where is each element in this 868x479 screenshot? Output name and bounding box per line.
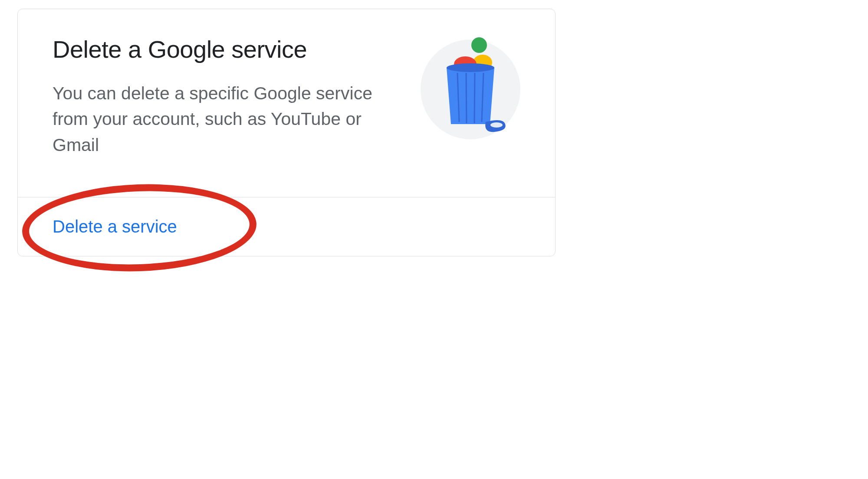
delete-service-card: Delete a Google service You can delete a… xyxy=(17,9,556,256)
card-description: You can delete a specific Google ser­vic… xyxy=(53,81,400,158)
text-content: Delete a Google service You can delete a… xyxy=(53,35,403,158)
trash-bin-icon xyxy=(421,39,520,139)
svg-point-0 xyxy=(471,37,487,53)
svg-line-6 xyxy=(474,73,475,123)
card-footer: Delete a service xyxy=(18,197,555,256)
delete-service-link[interactable]: Delete a service xyxy=(53,217,177,236)
card-title: Delete a Google service xyxy=(53,35,403,63)
svg-line-5 xyxy=(466,73,467,123)
card-body: Delete a Google service You can delete a… xyxy=(18,9,555,197)
svg-point-3 xyxy=(447,63,494,72)
svg-point-8 xyxy=(490,122,503,128)
